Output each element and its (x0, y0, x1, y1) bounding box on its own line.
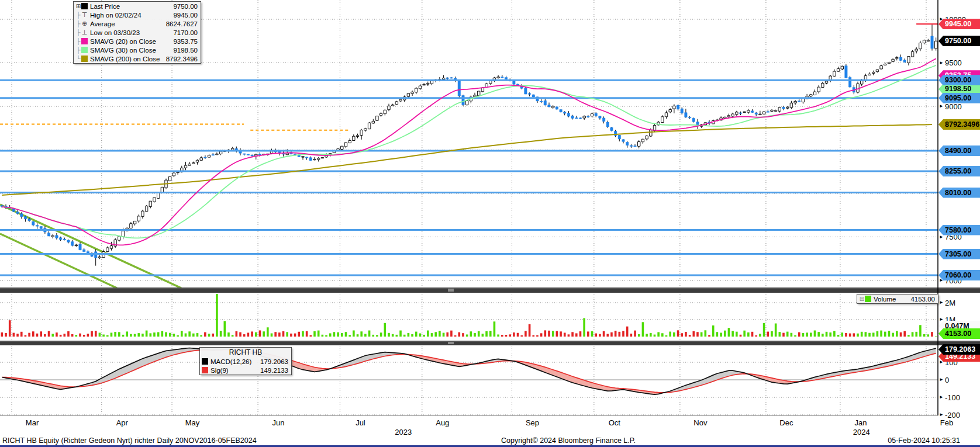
price-badge-blue: 8490.00 (938, 145, 980, 156)
month-label: Jun (260, 418, 297, 427)
legend-row-0: ⊞Last Price9750.00 (74, 2, 201, 11)
volume-legend[interactable]: ⊞ Volume 4153.00 (857, 294, 938, 304)
legend-row-5: ├SMAVG (30) on Close9198.50 (74, 46, 201, 54)
macd-tick: ►-200 (939, 411, 960, 419)
macd-layer (2, 348, 936, 395)
month-label: Feb (928, 418, 965, 427)
series-swatch-icon (81, 47, 88, 53)
price-badge-vol_green: 4153.00 (938, 328, 980, 339)
price-badge-blue: 7580.00 (938, 225, 980, 235)
copyright-text: Copyright© 2024 Bloomberg Finance L.P. (501, 436, 636, 445)
month-label: Apr (103, 418, 141, 427)
tick-arrow-icon: ► (939, 377, 944, 382)
legend-label: Low on 03/30/23 (90, 29, 168, 36)
tick-arrow-icon: ► (939, 300, 944, 305)
volume-tick: ►2M (939, 299, 955, 307)
month-label: Sep (514, 418, 551, 427)
tick-arrow-icon: ► (939, 235, 944, 240)
tree-branch-icon: └ (75, 56, 81, 62)
month-label: Jan (842, 418, 879, 427)
macd-legend[interactable]: RICHT HB MACD(12,26) 179.2063 Sig(9) 149… (199, 347, 292, 375)
year-label: 2023 (385, 428, 422, 436)
average-marker-icon: ⊕ (81, 20, 88, 27)
tree-branch-icon: ├ (75, 47, 81, 53)
legend-row-2: ├⊕Average8624.7627 (74, 19, 201, 28)
tree-branch-icon: ├ (75, 38, 81, 44)
price-badge-blue: 9095.00 (938, 93, 980, 103)
macd-label: MACD(12,26) (211, 358, 256, 365)
price-badge-blue: 8255.00 (938, 166, 980, 176)
expander-icon[interactable]: ⊞ (75, 3, 81, 9)
tick-arrow-icon: ► (939, 413, 944, 417)
price-annotations (0, 124, 349, 288)
legend-value: 8792.3496 (166, 56, 198, 63)
high-marker-icon: ⊤ (81, 11, 88, 19)
price-badge-red: 9945.00 (938, 19, 980, 29)
volume-legend-row: ⊞ Volume 4153.00 (857, 294, 938, 303)
macd-value: 179.2063 (260, 358, 288, 365)
legend-row-1: ├⊤High on 02/02/249945.00 (74, 11, 201, 19)
tick-arrow-icon: ► (939, 104, 944, 109)
legend-value: 9353.75 (173, 38, 198, 45)
legend-label: SMAVG (200) on Close (90, 56, 161, 63)
macd-tick: ►0 (939, 376, 949, 384)
price-badge-black: 9750.00 (938, 36, 980, 46)
legend-label: Average (90, 20, 161, 27)
tree-branch-icon: ├ (75, 12, 81, 18)
price-study-legend[interactable]: ⊞Last Price9750.00├⊤High on 02/02/249945… (73, 1, 201, 64)
price-badge-blue: 7305.00 (938, 249, 980, 259)
series-swatch-icon (81, 3, 88, 9)
legend-row-3: ├⊥Low on 03/30/237170.00 (74, 28, 201, 37)
price-tick: ►9000 (939, 102, 962, 110)
month-label: Oct (596, 418, 633, 427)
price-tick: ►9500 (939, 59, 962, 67)
price-badge-blue: 7060.00 (938, 270, 980, 280)
tick-arrow-icon: ► (939, 61, 944, 65)
month-label: Dec (768, 418, 805, 427)
legend-label: High on 02/02/24 (90, 12, 168, 19)
year-label: 2024 (843, 428, 880, 436)
macd-legend-title: RICHT HB (200, 348, 291, 357)
series-swatch-icon (81, 38, 88, 44)
expander-icon[interactable]: ⊞ (859, 296, 865, 302)
month-label: Aug (424, 418, 461, 427)
month-label: Jul (341, 418, 379, 427)
tree-branch-icon: ├ (75, 29, 81, 36)
legend-row-4: ├SMAVG (20) on Close9353.75 (74, 37, 201, 46)
macd-swatch-icon (202, 358, 208, 365)
bloomberg-chart-window: ⊞Last Price9750.00├⊤High on 02/02/249945… (0, 0, 980, 447)
legend-value: 9750.00 (173, 3, 198, 10)
series-swatch-icon (81, 56, 88, 62)
sig-label: Sig(9) (211, 367, 256, 374)
price-badge-olive: 8792.3496 (938, 119, 980, 130)
legend-value: 8624.7627 (166, 20, 198, 27)
legend-value: 9198.50 (173, 47, 198, 54)
legend-label: Last Price (90, 3, 168, 10)
moving-averages (2, 58, 936, 245)
price-badge-blue: 8010.00 (938, 188, 980, 198)
macd-tick: ►-100 (939, 393, 960, 401)
chart-canvas[interactable] (0, 0, 980, 436)
status-bar: RICHT HB Equity (Richter Gedeon Nyrt) ri… (0, 436, 980, 446)
tick-arrow-icon: ► (939, 395, 944, 400)
timestamp: 05-Feb-2024 10:25:31 (888, 436, 960, 445)
volume-swatch-icon (865, 296, 871, 302)
sig-row: Sig(9) 149.2133 (200, 366, 291, 375)
month-label: Mar (13, 418, 51, 427)
volume-label: Volume (874, 296, 906, 303)
tree-branch-icon: ├ (75, 20, 81, 27)
macd-row: MACD(12,26) 179.2063 (200, 357, 291, 366)
legend-label: SMAVG (20) on Close (90, 38, 168, 45)
month-label: Nov (682, 418, 719, 427)
price-badge-macd_black: 179.2063 (938, 344, 980, 355)
support-resistance-lines (0, 80, 938, 275)
volume-bars (1, 294, 937, 337)
sig-value: 149.2133 (260, 367, 288, 374)
legend-label: SMAVG (30) on Close (90, 47, 168, 54)
security-description: RICHT HB Equity (Richter Gedeon Nyrt) ri… (2, 436, 257, 445)
low-marker-icon: ⊥ (81, 29, 88, 36)
legend-value: 7170.00 (173, 29, 198, 36)
price-badge-blue: 9300.00 (938, 75, 980, 85)
volume-value: 4153.00 (910, 296, 935, 303)
legend-row-6: └SMAVG (200) on Close8792.3496 (74, 54, 201, 63)
